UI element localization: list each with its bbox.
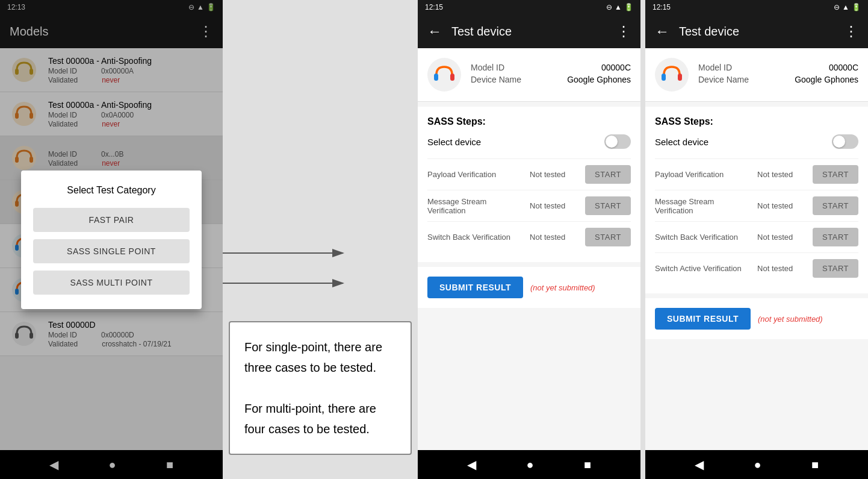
dialog-title: Select Test Category bbox=[33, 185, 190, 196]
submit-section-2: SUBMIT RESULT (not yet submitted) bbox=[418, 267, 640, 308]
svg-rect-27 bbox=[678, 74, 682, 81]
center-area: For single-point, there are three cases … bbox=[223, 0, 418, 479]
svg-rect-24 bbox=[434, 74, 438, 81]
battery-icon-2: 🔋 bbox=[624, 3, 633, 11]
step-row-2-2: Switch Back Verification Not tested STAR… bbox=[427, 221, 631, 252]
wifi-icon-3: ▲ bbox=[842, 3, 849, 11]
home-nav-3[interactable]: ● bbox=[754, 458, 761, 472]
device-model-id-row-2: Model ID 00000C bbox=[471, 63, 631, 72]
step-status-3-0: Not tested bbox=[757, 170, 805, 179]
sass-title-2: SASS Steps: bbox=[427, 116, 631, 127]
device-name-row-3: Device Name Google Gphones bbox=[698, 75, 858, 84]
step-row-2-1: Message StreamVerification Not tested ST… bbox=[427, 190, 631, 221]
select-device-toggle-2[interactable] bbox=[604, 134, 631, 149]
step-status-3-3: Not tested bbox=[757, 264, 805, 273]
phone-2: 12:15 ⊖ ▲ 🔋 ← Test device ⋮ Model ID bbox=[418, 0, 640, 479]
step-name-3-1: Message StreamVerification bbox=[655, 197, 757, 215]
select-device-label-2: Select device bbox=[427, 137, 481, 147]
device-name-val-2: Google Gphones bbox=[567, 75, 631, 84]
model-id-label-2: Model ID bbox=[471, 63, 504, 72]
device-meta-3: Model ID 00000C Device Name Google Gphon… bbox=[698, 63, 858, 87]
step-status-3-1: Not tested bbox=[757, 201, 805, 210]
recent-nav-3[interactable]: ■ bbox=[811, 458, 819, 472]
time-3: 12:15 bbox=[653, 3, 671, 11]
status-icons-2: ⊖ ▲ 🔋 bbox=[606, 3, 633, 11]
submit-section-3: SUBMIT RESULT (not yet submitted) bbox=[645, 298, 868, 339]
nav-bar-3: ◀ ● ■ bbox=[645, 450, 868, 479]
start-btn-2-0[interactable]: START bbox=[585, 165, 631, 184]
step-row-3-1: Message StreamVerification Not tested ST… bbox=[655, 190, 858, 221]
status-bar-3: 12:15 ⊖ ▲ 🔋 bbox=[645, 0, 868, 14]
step-name-2-1: Message StreamVerification bbox=[427, 197, 530, 215]
step-status-3-2: Not tested bbox=[757, 233, 805, 242]
status-icons-3: ⊖ ▲ 🔋 bbox=[834, 3, 861, 11]
annotation-line1: For single-point, there are three cases … bbox=[244, 337, 396, 378]
step-row-3-3: Switch Active Verification Not tested ST… bbox=[655, 252, 858, 284]
battery-icon-3: 🔋 bbox=[852, 3, 861, 11]
start-btn-3-1[interactable]: START bbox=[813, 196, 858, 215]
back-icon-2[interactable]: ← bbox=[427, 23, 442, 40]
device-header-2: Model ID 00000C Device Name Google Gphon… bbox=[418, 48, 640, 102]
time-2: 12:15 bbox=[425, 3, 443, 11]
select-category-dialog: Select Test Category FAST PAIR SASS SING… bbox=[21, 171, 202, 309]
recent-nav-2[interactable]: ■ bbox=[584, 458, 591, 472]
sass-multi-point-button[interactable]: SASS MULTI POINT bbox=[33, 271, 190, 295]
model-id-val-3: 00000C bbox=[829, 63, 858, 72]
wifi-icon-2: ▲ bbox=[615, 3, 622, 11]
start-btn-3-3[interactable]: START bbox=[813, 259, 858, 278]
model-id-val-2: 00000C bbox=[601, 63, 631, 72]
device-model-id-row-3: Model ID 00000C bbox=[698, 63, 858, 72]
signal-icon-3: ⊖ bbox=[834, 3, 840, 11]
more-icon-3[interactable]: ⋮ bbox=[844, 23, 858, 40]
model-id-label-3: Model ID bbox=[698, 63, 732, 72]
back-nav-2[interactable]: ◀ bbox=[467, 457, 476, 472]
annotation-box: For single-point, there are three cases … bbox=[229, 321, 412, 455]
back-nav-3[interactable]: ◀ bbox=[695, 457, 704, 472]
step-status-2-1: Not tested bbox=[530, 201, 578, 210]
device-name-val-3: Google Gphones bbox=[795, 75, 858, 84]
screen-content-3: Model ID 00000C Device Name Google Gphon… bbox=[645, 48, 868, 450]
device-meta-2: Model ID 00000C Device Name Google Gphon… bbox=[471, 63, 631, 87]
submit-result-btn-2[interactable]: SUBMIT RESULT bbox=[427, 277, 523, 298]
select-device-row-2: Select device bbox=[427, 134, 631, 149]
app-title-3: Test device bbox=[679, 25, 844, 39]
svg-rect-25 bbox=[450, 74, 454, 81]
start-btn-3-2[interactable]: START bbox=[813, 228, 858, 246]
device-name-label-3: Device Name bbox=[698, 75, 749, 84]
fast-pair-button[interactable]: FAST PAIR bbox=[33, 208, 190, 232]
start-btn-2-1[interactable]: START bbox=[585, 196, 631, 215]
back-icon-3[interactable]: ← bbox=[655, 23, 669, 40]
device-icon-2 bbox=[427, 58, 461, 92]
start-btn-2-2[interactable]: START bbox=[585, 228, 631, 246]
annotation-line2: For multi-point, there are four cases to… bbox=[244, 398, 396, 439]
app-bar-2: ← Test device ⋮ bbox=[418, 14, 640, 48]
app-title-2: Test device bbox=[451, 25, 616, 39]
step-status-2-0: Not tested bbox=[530, 170, 578, 179]
step-name-2-2: Switch Back Verification bbox=[427, 233, 530, 242]
step-row-3-2: Switch Back Verification Not tested STAR… bbox=[655, 221, 858, 252]
sass-single-point-button[interactable]: SASS SINGLE POINT bbox=[33, 239, 190, 263]
more-icon-2[interactable]: ⋮ bbox=[616, 23, 631, 40]
step-row-2-0: Payload Verification Not tested START bbox=[427, 158, 631, 190]
phone-1: 12:13 ⊖ ▲ 🔋 Models ⋮ Test 00000a - Anti-… bbox=[0, 0, 223, 479]
nav-bar-2: ◀ ● ■ bbox=[418, 450, 640, 479]
select-device-label-3: Select device bbox=[655, 137, 708, 147]
device-header-3: Model ID 00000C Device Name Google Gphon… bbox=[645, 48, 868, 102]
step-status-2-2: Not tested bbox=[530, 233, 578, 242]
device-name-label-2: Device Name bbox=[471, 75, 521, 84]
step-name-3-3: Switch Active Verification bbox=[655, 264, 757, 273]
select-device-toggle-3[interactable] bbox=[832, 134, 858, 149]
sass-section-2: SASS Steps: Select device Payload Verifi… bbox=[418, 107, 640, 262]
status-bar-2: 12:15 ⊖ ▲ 🔋 bbox=[418, 0, 640, 14]
start-btn-3-0[interactable]: START bbox=[813, 165, 858, 184]
sass-title-3: SASS Steps: bbox=[655, 116, 858, 127]
sass-section-3: SASS Steps: Select device Payload Verifi… bbox=[645, 107, 868, 293]
dialog-overlay: Select Test Category FAST PAIR SASS SING… bbox=[0, 0, 223, 479]
submit-result-btn-3[interactable]: SUBMIT RESULT bbox=[655, 308, 751, 330]
step-name-3-2: Switch Back Verification bbox=[655, 233, 757, 242]
select-device-row-3: Select device bbox=[655, 134, 858, 149]
not-submitted-2: (not yet submitted) bbox=[530, 283, 595, 292]
home-nav-2[interactable]: ● bbox=[526, 458, 533, 472]
device-name-row-2: Device Name Google Gphones bbox=[471, 75, 631, 84]
phone-3: 12:15 ⊖ ▲ 🔋 ← Test device ⋮ Model ID bbox=[645, 0, 868, 479]
